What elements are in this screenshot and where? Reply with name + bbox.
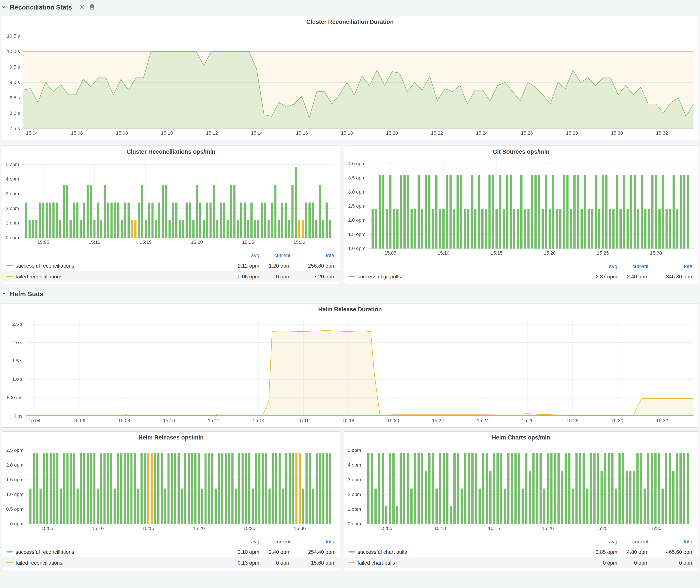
- legend-header: avg current total: [6, 537, 335, 546]
- svg-text:15:08: 15:08: [116, 130, 128, 136]
- svg-text:15:24: 15:24: [477, 418, 489, 423]
- legend-col-total[interactable]: total: [290, 539, 335, 545]
- svg-text:15:10: 15:10: [89, 239, 100, 245]
- legend-label[interactable]: successful reconciliations: [16, 549, 74, 555]
- svg-text:15:16: 15:16: [298, 418, 310, 423]
- panel-title[interactable]: Git Sources ops/min: [344, 146, 698, 158]
- gear-icon[interactable]: [79, 4, 85, 10]
- legend-col-avg[interactable]: avg: [225, 252, 259, 258]
- svg-text:15:10: 15:10: [163, 418, 175, 423]
- legend-col-current[interactable]: current: [259, 252, 290, 258]
- svg-text:15:22: 15:22: [432, 418, 444, 423]
- series-marker: [6, 276, 13, 277]
- panel-title[interactable]: Helm Release Duration: [2, 304, 698, 316]
- panel-helm-charts-opm: Helm Charts ops/min 0 opm1 opm2 opm3 opm…: [344, 431, 698, 570]
- legend-col-total[interactable]: total: [290, 252, 335, 258]
- svg-text:15:15: 15:15: [142, 526, 154, 531]
- legend-row: failed chart pulls 0 opm 0 opm 0 opm: [344, 557, 698, 568]
- section-title-helm-stats[interactable]: Helm Stats: [10, 290, 44, 297]
- panel-title[interactable]: Helm Charts ops/min: [344, 432, 698, 444]
- svg-text:15:26: 15:26: [522, 418, 534, 423]
- legend-col-current[interactable]: current: [617, 539, 648, 545]
- svg-text:1.0 opm: 1.0 opm: [348, 246, 366, 251]
- chart-helm-releases-opm[interactable]: 0 opm0.5 opm1.0 opm1.5 opm2.0 opm2.5 opm…: [2, 444, 340, 535]
- svg-text:2.5 s: 2.5 s: [12, 321, 23, 327]
- chevron-down-icon[interactable]: [2, 291, 6, 296]
- svg-text:15:10: 15:10: [92, 526, 104, 531]
- section-header-reconciliation-stats: Reconciliation Stats: [2, 0, 95, 14]
- svg-text:2.0 s: 2.0 s: [12, 340, 23, 345]
- legend-col-avg[interactable]: avg: [583, 539, 617, 545]
- trash-icon[interactable]: [89, 4, 95, 10]
- svg-text:2 opm: 2 opm: [348, 492, 361, 497]
- svg-text:0 opm: 0 opm: [6, 235, 19, 240]
- svg-text:15:14: 15:14: [253, 418, 265, 423]
- series-marker: [348, 276, 355, 277]
- legend-label[interactable]: failed chart pulls: [358, 560, 395, 566]
- svg-text:15:28: 15:28: [566, 418, 578, 423]
- svg-text:4.0 opm: 4.0 opm: [348, 161, 366, 166]
- svg-text:0.5 opm: 0.5 opm: [6, 506, 24, 512]
- svg-text:15:20: 15:20: [386, 130, 398, 136]
- legend: avg current total successful reconciliat…: [2, 535, 340, 570]
- svg-text:15:15: 15:15: [491, 250, 503, 256]
- svg-text:1.5 opm: 1.5 opm: [348, 232, 366, 237]
- chart-cluster-reconciliations-opm[interactable]: 0 opm1 opm2 opm3 opm4 opm5 opm15:0515:10…: [2, 158, 340, 249]
- legend-row: failed reconciliations 0.06 opm 0 opm 7.…: [2, 271, 340, 282]
- legend-label[interactable]: successful git pulls: [358, 273, 401, 279]
- legend-col-total[interactable]: total: [648, 263, 694, 269]
- panel-title[interactable]: Cluster Reconciliations ops/min: [2, 146, 340, 158]
- legend-value-avg: 2.12 opm: [225, 263, 259, 269]
- legend-col-total[interactable]: total: [648, 539, 694, 545]
- svg-text:15:08: 15:08: [118, 418, 130, 423]
- svg-text:15:05: 15:05: [41, 526, 53, 531]
- svg-text:15:20: 15:20: [193, 526, 205, 531]
- panel-title[interactable]: Cluster Reconciliation Duration: [2, 16, 698, 28]
- legend-value-current: 0 opm: [259, 273, 290, 279]
- svg-text:15:10: 15:10: [161, 130, 173, 136]
- legend-value-total: 15.60 opm: [290, 560, 335, 566]
- chart-helm-release-duration[interactable]: 0 ns500 ms1.0 s1.5 s2.0 s2.5 s15:0415:06…: [2, 316, 698, 427]
- chart-cluster-reconciliation-duration[interactable]: 7.5 s8.0 s8.5 s9.0 s9.5 s10.0 s10.5 s15:…: [2, 28, 698, 140]
- series-marker: [6, 265, 13, 266]
- chart-git-sources-opm[interactable]: 1.0 opm1.5 opm2.0 opm2.5 opm3.0 opm3.5 o…: [344, 158, 698, 260]
- svg-text:15:18: 15:18: [341, 130, 353, 136]
- svg-text:8.0 s: 8.0 s: [10, 110, 20, 116]
- panel-cluster-reconciliations-opm: Cluster Reconciliations ops/min 0 opm1 o…: [2, 145, 340, 284]
- svg-text:3.0 opm: 3.0 opm: [348, 189, 366, 195]
- chart-helm-charts-opm[interactable]: 0 opm1 opm2 opm3 opm4 opm5 opm15:0515:10…: [344, 444, 698, 535]
- panel-title[interactable]: Helm Releases ops/min: [2, 432, 340, 444]
- svg-text:15:32: 15:32: [656, 130, 668, 136]
- svg-text:10.5 s: 10.5 s: [7, 33, 20, 39]
- svg-text:3 opm: 3 opm: [348, 477, 361, 482]
- svg-text:1.0 opm: 1.0 opm: [6, 492, 24, 497]
- legend-col-avg[interactable]: avg: [225, 539, 259, 545]
- legend-col-current[interactable]: current: [259, 539, 290, 545]
- svg-text:0 opm: 0 opm: [348, 521, 361, 527]
- legend-col-current[interactable]: current: [617, 263, 648, 269]
- legend-label[interactable]: successful reconciliations: [16, 263, 74, 269]
- chevron-down-icon[interactable]: [2, 5, 6, 9]
- series-marker: [6, 562, 13, 563]
- svg-text:15:10: 15:10: [437, 250, 449, 256]
- svg-text:15:30: 15:30: [293, 239, 305, 245]
- legend-value-current: 0 opm: [259, 560, 290, 566]
- legend-label[interactable]: failed reconciliations: [16, 560, 62, 566]
- legend-label[interactable]: failed reconciliations: [16, 273, 62, 279]
- svg-text:15:20: 15:20: [544, 250, 556, 256]
- legend-value-current: 0 opm: [617, 560, 648, 566]
- svg-text:500 ms: 500 ms: [7, 395, 23, 400]
- svg-text:15:14: 15:14: [251, 130, 263, 136]
- dashboard: Reconciliation Stats Cluster Reconciliat…: [0, 0, 700, 588]
- svg-text:0 ns: 0 ns: [13, 413, 23, 419]
- legend-value-avg: 2.87 opm: [583, 273, 617, 279]
- legend-value-current: 4.80 opm: [617, 549, 648, 555]
- legend-col-avg[interactable]: avg: [583, 263, 617, 269]
- svg-text:1.5 opm: 1.5 opm: [6, 477, 24, 482]
- legend-value-avg: 0.13 opm: [225, 560, 259, 566]
- section-title-reconciliation-stats[interactable]: Reconciliation Stats: [10, 3, 72, 11]
- svg-text:2.0 opm: 2.0 opm: [6, 462, 24, 468]
- svg-text:2.5 opm: 2.5 opm: [6, 447, 24, 453]
- svg-text:15:16: 15:16: [296, 130, 308, 136]
- legend-label[interactable]: successful chart pulls: [358, 549, 407, 555]
